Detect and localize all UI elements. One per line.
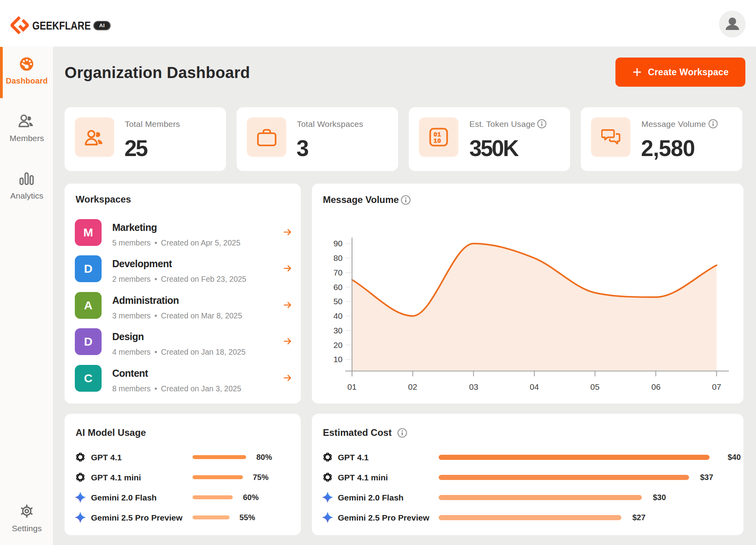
svg-text:02: 02 (408, 382, 417, 391)
svg-text:05: 05 (590, 382, 599, 391)
svg-text:80: 80 (334, 253, 343, 262)
svg-text:10: 10 (334, 355, 343, 364)
svg-text:04: 04 (530, 382, 539, 391)
svg-text:03: 03 (469, 382, 478, 391)
svg-text:90: 90 (334, 239, 343, 248)
svg-text:50: 50 (334, 297, 343, 306)
svg-text:10: 10 (434, 137, 442, 144)
svg-text:20: 20 (334, 340, 343, 350)
svg-text:07: 07 (712, 382, 721, 391)
svg-text:01: 01 (347, 382, 356, 391)
svg-text:06: 06 (651, 382, 660, 391)
svg-text:01: 01 (434, 131, 442, 138)
svg-text:60: 60 (334, 283, 343, 292)
svg-text:30: 30 (334, 326, 343, 335)
svg-text:70: 70 (334, 268, 343, 277)
svg-text:40: 40 (334, 311, 343, 320)
